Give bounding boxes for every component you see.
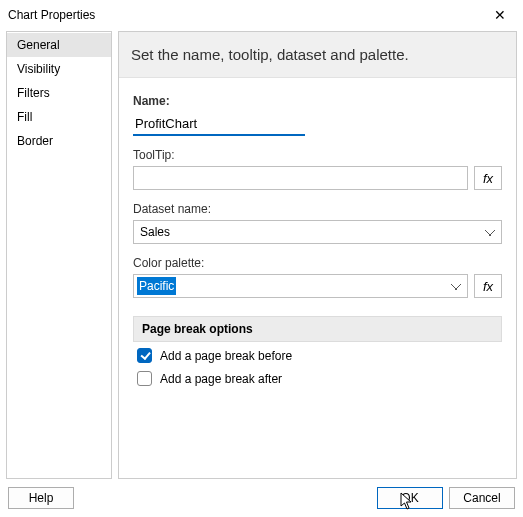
dialog-body: General Visibility Filters Fill Border S…	[0, 30, 523, 483]
window-title: Chart Properties	[8, 8, 485, 22]
main-panel: Set the name, tooltip, dataset and palet…	[118, 31, 517, 479]
tooltip-input[interactable]	[133, 166, 468, 190]
sidebar-item-fill[interactable]: Fill	[7, 105, 111, 129]
form-area: Name: ToolTip: fx Dataset name: Sales Co…	[119, 78, 516, 388]
sidebar-item-label: Visibility	[17, 62, 60, 76]
page-break-before-label: Add a page break before	[160, 349, 292, 363]
sidebar: General Visibility Filters Fill Border	[6, 31, 112, 479]
cancel-button[interactable]: Cancel	[449, 487, 515, 509]
sidebar-item-filters[interactable]: Filters	[7, 81, 111, 105]
instruction-text: Set the name, tooltip, dataset and palet…	[119, 32, 516, 78]
fx-icon: fx	[483, 279, 493, 294]
page-break-before-checkbox[interactable]	[137, 348, 152, 363]
palette-expression-button[interactable]: fx	[474, 274, 502, 298]
dataset-label: Dataset name:	[133, 202, 502, 216]
dataset-select[interactable]: Sales	[133, 220, 502, 244]
palette-label: Color palette:	[133, 256, 502, 270]
name-input[interactable]	[133, 112, 305, 136]
page-break-after-row[interactable]: Add a page break after	[133, 365, 502, 388]
name-label: Name:	[133, 94, 502, 108]
tooltip-label: ToolTip:	[133, 148, 502, 162]
tooltip-expression-button[interactable]: fx	[474, 166, 502, 190]
page-break-after-checkbox[interactable]	[137, 371, 152, 386]
sidebar-item-border[interactable]: Border	[7, 129, 111, 153]
sidebar-item-label: Fill	[17, 110, 32, 124]
close-icon[interactable]: ✕	[485, 0, 515, 30]
titlebar: Chart Properties ✕	[0, 0, 523, 30]
sidebar-item-general[interactable]: General	[7, 33, 111, 57]
ok-button[interactable]: OK	[377, 487, 443, 509]
page-break-before-row[interactable]: Add a page break before	[133, 342, 502, 365]
palette-select[interactable]	[133, 274, 468, 298]
ok-button-label: OK	[401, 491, 418, 505]
sidebar-item-label: Border	[17, 134, 53, 148]
sidebar-item-label: General	[17, 38, 60, 52]
page-break-after-label: Add a page break after	[160, 372, 282, 386]
sidebar-item-visibility[interactable]: Visibility	[7, 57, 111, 81]
sidebar-item-label: Filters	[17, 86, 50, 100]
fx-icon: fx	[483, 171, 493, 186]
help-button[interactable]: Help	[8, 487, 74, 509]
page-break-heading: Page break options	[133, 316, 502, 342]
footer: Help OK Cancel	[0, 483, 523, 517]
